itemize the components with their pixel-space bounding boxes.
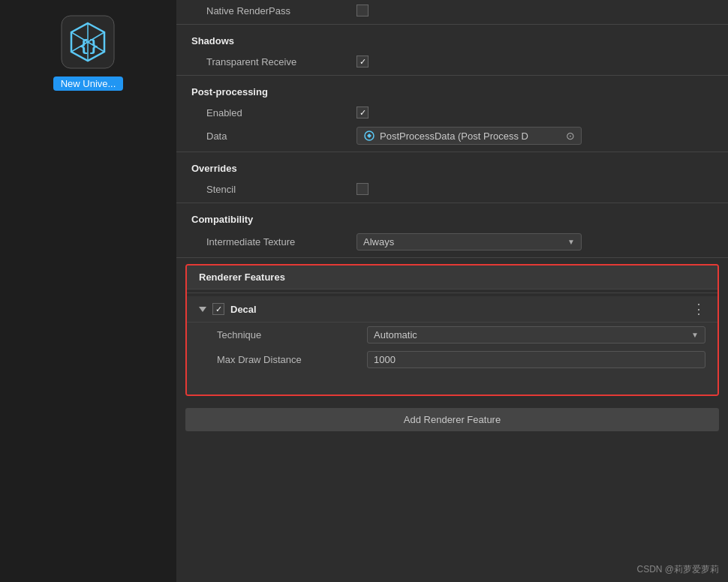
intermediate-texture-dropdown[interactable]: Always ▼ [356,233,582,250]
add-renderer-feature-button[interactable]: Add Renderer Feature [185,408,719,431]
divider-5 [176,257,728,258]
max-draw-distance-input[interactable]: 1000 [367,351,705,368]
stencil-value [356,183,713,195]
decal-label: Decal [230,304,257,315]
transparent-receive-label: Transparent Receive [206,56,356,68]
intermediate-texture-value: Always ▼ [356,233,713,250]
pp-data-label: Data [206,130,356,142]
pp-enabled-value [356,106,713,118]
main-panel: Native RenderPass Shadows Transparent Re… [176,0,728,582]
logo-area: {} New Unive... [53,12,124,91]
native-renderpass-checkbox[interactable] [356,4,369,16]
stencil-label: Stencil [206,184,356,195]
pp-enabled-checkbox[interactable] [356,106,369,118]
sidebar: {} New Unive... [0,0,176,582]
native-renderpass-label: Native RenderPass [206,5,356,16]
shadows-header: Shadows [176,28,728,51]
properties-panel: Native RenderPass Shadows Transparent Re… [176,0,728,582]
native-renderpass-value [356,4,713,16]
pp-data-row: Data PostProcessData (Post Process D ⊙ [176,123,728,148]
decal-checkbox[interactable] [212,303,224,315]
technique-row: Technique Automatic ▼ [187,322,717,347]
transparent-receive-checkbox[interactable] [356,56,369,68]
divider-2 [176,75,728,76]
unity-logo-icon: {} [58,12,118,72]
target-icon[interactable]: ⊙ [566,130,575,142]
decal-menu-icon[interactable]: ⋮ [692,302,705,316]
postprocess-icon [363,130,375,142]
decal-expand-icon[interactable] [199,307,206,312]
divider-3 [176,152,728,152]
pp-enabled-label: Enabled [206,107,356,118]
pp-data-value: PostProcessData (Post Process D ⊙ [356,127,713,145]
max-draw-distance-row: Max Draw Distance 1000 [187,347,717,372]
pp-enabled-row: Enabled [176,102,728,123]
divider-1 [176,24,728,25]
technique-dropdown[interactable]: Automatic ▼ [367,326,705,344]
overrides-header: Overrides [176,155,728,178]
max-draw-distance-label: Max Draw Distance [217,354,367,365]
project-label: New Unive... [53,76,124,91]
renderer-features-header: Renderer Features [187,266,717,290]
transparent-receive-row: Transparent Receive [176,51,728,72]
intermediate-texture-label: Intermediate Texture [206,236,356,248]
intermediate-texture-dropdown-value: Always [363,236,394,248]
max-draw-distance-value: 1000 [367,351,705,368]
svg-text:{}: {} [79,36,99,55]
divider-4 [176,202,728,203]
renderer-features-footer [187,372,717,394]
pp-data-field[interactable]: PostProcessData (Post Process D ⊙ [356,127,582,145]
compatibility-header: Compatibility [176,206,728,230]
stencil-row: Stencil [176,178,728,200]
intermediate-texture-dropdown-arrow: ▼ [567,238,575,246]
technique-value: Automatic ▼ [367,326,705,344]
transparent-receive-value [356,56,713,68]
native-renderpass-row: Native RenderPass [176,0,728,21]
technique-dropdown-arrow: ▼ [691,331,699,339]
decal-row[interactable]: Decal ⋮ [187,296,717,322]
pp-data-text: PostProcessData (Post Process D [380,130,528,142]
renderer-features-container: Renderer Features Decal ⋮ Technique Auto… [185,264,719,396]
technique-dropdown-value: Automatic [374,329,417,340]
stencil-checkbox[interactable] [356,183,369,195]
post-processing-header: Post-processing [176,79,728,102]
technique-label: Technique [217,329,367,340]
divider-rf [187,292,717,293]
intermediate-texture-row: Intermediate Texture Always ▼ [176,230,728,254]
watermark: CSDN @莉萝爱萝莉 [636,563,719,576]
